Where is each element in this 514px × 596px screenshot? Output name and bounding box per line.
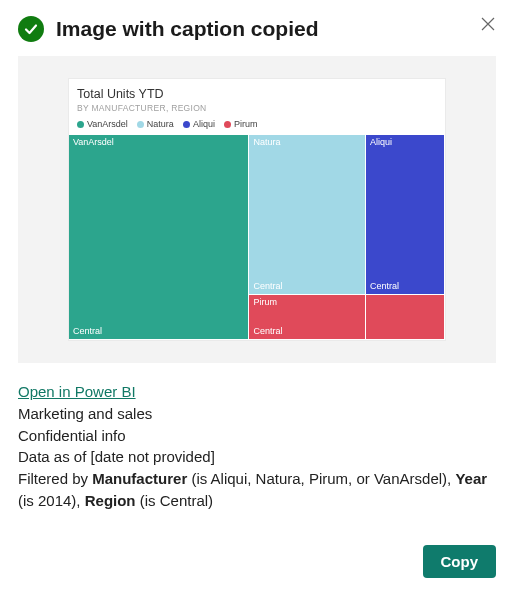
filter-value-manufacturer: (is Aliqui, Natura, Pirum, or VanArsdel)… bbox=[187, 470, 455, 487]
filter-prefix: Filtered by bbox=[18, 470, 92, 487]
treemap-cell-bottom-label: Central bbox=[253, 326, 282, 336]
treemap-column: VanArsdelCentral bbox=[69, 135, 249, 340]
treemap-chart: VanArsdelCentralNaturaCentralPirumCentra… bbox=[69, 135, 445, 340]
chart-title: Total Units YTD bbox=[69, 87, 445, 103]
copied-dialog: Image with caption copied Total Units YT… bbox=[0, 0, 514, 596]
treemap-column: AliquiCentral bbox=[366, 135, 445, 340]
data-as-of-value: [date not provided] bbox=[91, 448, 215, 465]
treemap-column: NaturaCentralPirumCentral bbox=[249, 135, 366, 340]
copy-button[interactable]: Copy bbox=[423, 545, 497, 578]
treemap-cell-bottom-label: Central bbox=[370, 281, 399, 291]
legend-label: Natura bbox=[147, 119, 174, 129]
legend-label: VanArsdel bbox=[87, 119, 128, 129]
treemap-cell-top-label: VanArsdel bbox=[73, 137, 114, 147]
chart-legend: VanArsdelNaturaAliquiPirum bbox=[69, 119, 445, 135]
legend-dot-icon bbox=[224, 121, 231, 128]
caption-block: Open in Power BI Marketing and sales Con… bbox=[18, 381, 496, 512]
chart-subtitle: BY MANUFACTURER, REGION bbox=[69, 103, 445, 119]
legend-dot-icon bbox=[137, 121, 144, 128]
dialog-header: Image with caption copied bbox=[18, 16, 496, 42]
treemap-cell: PirumCentral bbox=[249, 295, 366, 340]
dialog-title: Image with caption copied bbox=[56, 17, 319, 41]
legend-dot-icon bbox=[77, 121, 84, 128]
close-icon bbox=[481, 17, 495, 31]
dialog-footer: Copy bbox=[18, 545, 496, 578]
legend-item: Natura bbox=[137, 119, 174, 129]
treemap-cell-top-label: Pirum bbox=[253, 297, 277, 307]
legend-item: VanArsdel bbox=[77, 119, 128, 129]
legend-dot-icon bbox=[183, 121, 190, 128]
chart-card: Total Units YTD BY MANUFACTURER, REGION … bbox=[68, 78, 446, 341]
legend-item: Aliqui bbox=[183, 119, 215, 129]
treemap-cell-bottom-label: Central bbox=[73, 326, 102, 336]
treemap-cell: AliquiCentral bbox=[366, 135, 445, 295]
treemap-cell: NaturaCentral bbox=[249, 135, 366, 295]
filter-field-manufacturer: Manufacturer bbox=[92, 470, 187, 487]
filter-line: Filtered by Manufacturer (is Aliqui, Nat… bbox=[18, 468, 496, 512]
image-preview-area: Total Units YTD BY MANUFACTURER, REGION … bbox=[18, 56, 496, 363]
legend-label: Aliqui bbox=[193, 119, 215, 129]
open-in-powerbi-link[interactable]: Open in Power BI bbox=[18, 383, 136, 400]
treemap-cell: VanArsdelCentral bbox=[69, 135, 249, 340]
classification-label: Confidential info bbox=[18, 425, 496, 447]
legend-label: Pirum bbox=[234, 119, 258, 129]
data-as-of-line: Data as of [date not provided] bbox=[18, 446, 496, 468]
report-name: Marketing and sales bbox=[18, 403, 496, 425]
treemap-cell-top-label: Aliqui bbox=[370, 137, 392, 147]
close-button[interactable] bbox=[478, 14, 498, 34]
legend-item: Pirum bbox=[224, 119, 258, 129]
treemap-cell-bottom-label: Central bbox=[253, 281, 282, 291]
filter-value-year: (is 2014), bbox=[18, 492, 85, 509]
filter-field-region: Region bbox=[85, 492, 136, 509]
filter-field-year: Year bbox=[455, 470, 487, 487]
success-check-icon bbox=[18, 16, 44, 42]
treemap-cell bbox=[366, 295, 445, 340]
data-as-of-prefix: Data as of bbox=[18, 448, 91, 465]
filter-value-region: (is Central) bbox=[136, 492, 214, 509]
treemap-cell-top-label: Natura bbox=[253, 137, 280, 147]
